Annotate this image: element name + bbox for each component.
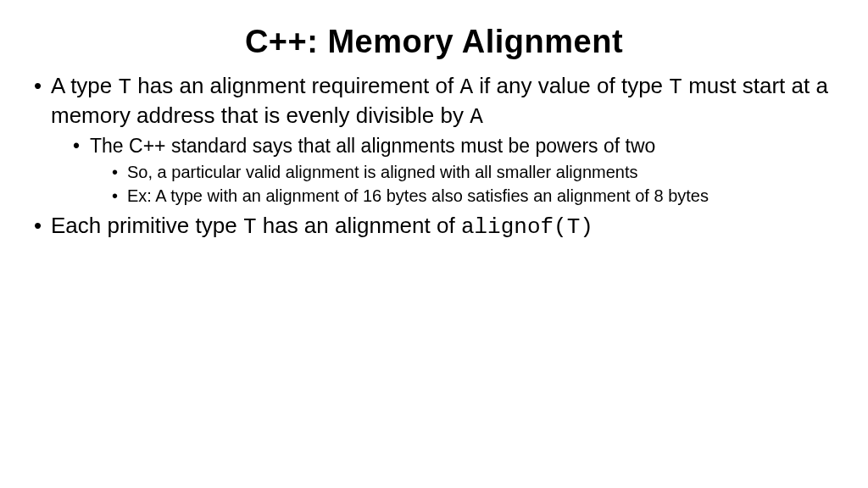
code-segment: T xyxy=(119,75,132,100)
text-segment: has an alignment of xyxy=(256,213,460,238)
code-segment: T xyxy=(243,214,257,240)
code-segment: alignof(T) xyxy=(461,214,593,240)
bullet-item-2: Each primitive type T has an alignment o… xyxy=(32,212,836,241)
text-segment: has an alignment requirement of xyxy=(131,73,459,98)
bullet-item-1-1-1: So, a particular valid alignment is alig… xyxy=(110,161,836,183)
bullet-item-1-1: The C++ standard says that all alignment… xyxy=(71,134,836,207)
sub-sub-bullet-list: So, a particular valid alignment is alig… xyxy=(90,161,836,207)
bullet-item-1-1-2: Ex: A type with an alignment of 16 bytes… xyxy=(110,185,836,207)
bullet-item-1: A type T has an alignment requirement of… xyxy=(32,72,836,207)
text-segment: The C++ standard says that all alignment… xyxy=(90,135,655,157)
bullet-list: A type T has an alignment requirement of… xyxy=(32,72,836,241)
text-segment: if any value of type xyxy=(473,73,669,98)
sub-bullet-list: The C++ standard says that all alignment… xyxy=(51,134,836,207)
text-segment: A type xyxy=(51,73,119,98)
code-segment: A xyxy=(470,104,483,130)
code-segment: T xyxy=(669,75,682,100)
code-segment: A xyxy=(459,75,473,100)
slide-title: C++: Memory Alignment xyxy=(32,24,836,60)
text-segment: Each primitive type xyxy=(51,213,243,238)
